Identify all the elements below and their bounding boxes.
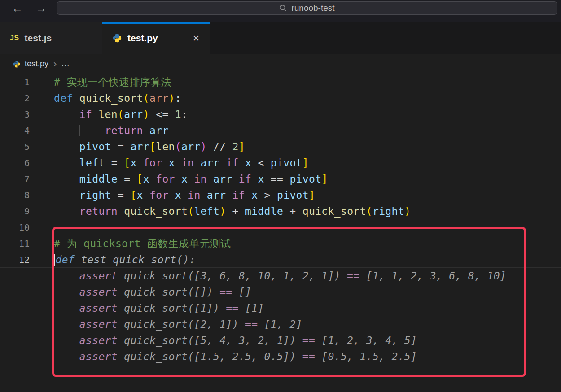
line-number: 1 [0, 74, 30, 90]
code-line[interactable]: 7 middle = [x for x in arr if x == pivot… [0, 171, 561, 187]
code-text: right = [x for x in arr if x > pivot] [30, 187, 315, 203]
code-area: 1# 实现一个快速排序算法2def quick_sort(arr):3 if l… [0, 74, 561, 365]
code-text: left = [x for x in arr if x < pivot] [30, 155, 309, 171]
code-line[interactable]: 11# 为 quicksort 函数生成单元测试 [0, 235, 561, 252]
line-number: 7 [0, 171, 30, 187]
code-line[interactable]: 2def quick_sort(arr): [0, 90, 561, 106]
code-text: assert quick_sort([1.5, 2.5, 0.5]) == [0… [30, 348, 417, 365]
forward-arrow-icon[interactable]: → [35, 3, 47, 14]
tab-bar: JS test.js test.py ✕ [0, 22, 561, 54]
line-number: 11 [0, 235, 30, 252]
tab-test-js[interactable]: JS test.js [0, 22, 102, 54]
back-arrow-icon[interactable]: ← [12, 3, 23, 14]
search-icon [279, 4, 287, 12]
code-text: assert quick_sort([5, 4, 3, 2, 1]) == [1… [30, 332, 417, 348]
breadcrumb: test.py › ... [0, 54, 561, 74]
javascript-icon: JS [10, 34, 19, 42]
line-number [0, 348, 30, 365]
search-query-text: runoob-test [291, 3, 334, 13]
line-number: 5 [0, 139, 30, 155]
code-text: middle = [x for x in arr if x == pivot] [30, 171, 328, 187]
line-number: 9 [0, 203, 30, 219]
history-nav: ← → [12, 3, 47, 14]
line-number: 8 [0, 187, 30, 203]
line-number [0, 284, 30, 300]
text-cursor [54, 254, 55, 266]
code-text: # 为 quicksort 函数生成单元测试 [30, 235, 231, 252]
line-number [0, 300, 30, 316]
code-text: def quick_sort(arr): [30, 90, 181, 106]
code-text: assert quick_sort([2, 1]) == [1, 2] [30, 316, 302, 332]
chevron-right-icon: › [53, 59, 57, 69]
code-line[interactable]: 6 left = [x for x in arr if x < pivot] [0, 155, 561, 171]
code-line[interactable]: 10 [0, 219, 561, 235]
python-icon [13, 60, 21, 68]
code-text: def test_quick_sort(): [30, 252, 196, 268]
code-line[interactable]: 9 return quick_sort(left) + middle + qui… [0, 203, 561, 219]
code-text: return arr [30, 122, 169, 139]
code-text: # 实现一个快速排序算法 [30, 74, 171, 90]
line-number: 4 [0, 122, 30, 139]
line-number: 12 [0, 252, 30, 268]
ghost-code-line[interactable]: assert quick_sort([1]) == [1] [0, 300, 561, 316]
code-line[interactable]: 1# 实现一个快速排序算法 [0, 74, 561, 90]
breadcrumb-file[interactable]: test.py [25, 59, 48, 69]
line-number: 6 [0, 155, 30, 171]
ghost-code-line[interactable]: assert quick_sort([]) == [] [0, 284, 561, 300]
code-line[interactable]: 5 pivot = arr[len(arr) // 2] [0, 139, 561, 155]
line-number: 10 [0, 219, 30, 235]
code-text: assert quick_sort([]) == [] [30, 284, 251, 300]
code-text [30, 219, 54, 235]
ghost-code-line[interactable]: assert quick_sort([3, 6, 8, 10, 1, 2, 1]… [0, 268, 561, 284]
code-text: pivot = arr[len(arr) // 2] [30, 139, 245, 155]
line-number [0, 316, 30, 332]
code-text: assert quick_sort([1]) == [1] [30, 300, 264, 316]
line-number: 3 [0, 106, 30, 122]
editor: 1# 实现一个快速排序算法2def quick_sort(arr):3 if l… [0, 74, 561, 392]
code-text: assert quick_sort([3, 6, 8, 10, 1, 2, 1]… [30, 268, 506, 284]
line-number [0, 268, 30, 284]
command-center-search[interactable]: runoob-test [57, 1, 557, 15]
ghost-code-line[interactable]: 12def test_quick_sort(): [0, 252, 561, 268]
code-text: return quick_sort(left) + middle + quick… [30, 203, 411, 219]
line-number [0, 332, 30, 348]
ghost-code-line[interactable]: assert quick_sort([2, 1]) == [1, 2] [0, 316, 561, 332]
python-icon [112, 33, 122, 43]
tab-label: test.py [127, 33, 158, 44]
code-line[interactable]: 4 return arr [0, 122, 561, 139]
breadcrumb-ellipsis[interactable]: ... [61, 59, 70, 69]
line-number: 2 [0, 90, 30, 106]
close-icon[interactable]: ✕ [193, 33, 200, 44]
code-line[interactable]: 3 if len(arr) <= 1: [0, 106, 561, 122]
tab-label: test.js [25, 33, 52, 44]
code-line[interactable]: 8 right = [x for x in arr if x > pivot] [0, 187, 561, 203]
ghost-code-line[interactable]: assert quick_sort([5, 4, 3, 2, 1]) == [1… [0, 332, 561, 348]
ghost-code-line[interactable]: assert quick_sort([1.5, 2.5, 0.5]) == [0… [0, 348, 561, 365]
code-text: if len(arr) <= 1: [30, 106, 188, 122]
tab-test-py[interactable]: test.py ✕ [102, 22, 210, 54]
titlebar: ← → runoob-test [0, 0, 561, 22]
